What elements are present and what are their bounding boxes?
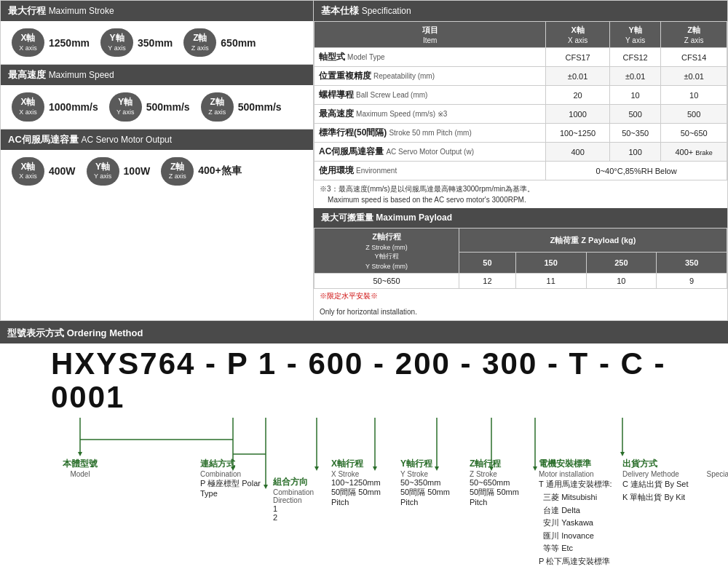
left-panel: 最大行程 Maximum Stroke X軸 X axis 1250mm Y軸 … (1, 1, 314, 320)
y-axis-servo-value: 100W (124, 165, 151, 177)
payload-col-50: 50 (459, 253, 516, 274)
ann-zstroke-en: Z Stroke (470, 470, 539, 478)
row-env-value: 0~40°C,85%RH Below (546, 162, 727, 180)
z-axis-speed-badge: Z軸 Z axis 500mm/s (201, 92, 282, 121)
y-axis-servo-label: Y軸 Y axis (87, 157, 119, 186)
max-stroke-axes: X軸 X axis 1250mm Y軸 Y axis 350mm Z軸 Z ax (1, 21, 313, 64)
ann-ystroke-items: 50~350mm50間隔 50mm Pitch (400, 478, 470, 506)
row-model-type-x: CFS17 (546, 48, 610, 67)
right-panel: 基本仕様 Specification 項目Item X軸X axis Y軸Y a… (314, 1, 727, 320)
payload-val-11: 11 (515, 274, 586, 289)
row-ballscrew-z: 10 (661, 86, 727, 105)
row-stroke-label: 標準行程(50間隔) Stroke 50 mm Pitch (mm) (314, 124, 546, 143)
z-axis-speed-value: 500mm/s (238, 101, 282, 113)
payload-row-stroke: 50~650 (314, 274, 459, 289)
annotation-row: 本體型號 Model 連結方式 Combination P 極座標型 Polar… (11, 458, 717, 568)
ann-zstroke-zh: Z軸行程 (470, 458, 539, 470)
ac-servo-section: AC伺服馬達容量 AC Servo Motor Output X軸 X axis… (1, 129, 313, 193)
row-env-label: 使用環境 Environment (314, 162, 546, 180)
top-section: 最大行程 Maximum Stroke X軸 X axis 1250mm Y軸 … (0, 0, 728, 321)
spec-col-z: Z軸Z axis (661, 22, 727, 48)
payload-col-zstroke: Z軸行程Z Stroke (mm) Y軸行程Y Stroke (mm) (314, 229, 459, 274)
row-repeatability-z: ±0.01 (661, 67, 727, 86)
row-ballscrew-x: 20 (546, 86, 610, 105)
x-axis-servo-value: 400W (49, 165, 76, 177)
payload-header-zh: 最大可搬重量 (321, 212, 373, 223)
payload-note-red: ※限定水平安裝※ (314, 289, 727, 303)
model-code-display: HXYS764 - P 1 - 600 - 200 - 300 - T - C … (51, 347, 717, 414)
payload-header: 最大可搬重量 Maximum Payload (314, 208, 727, 228)
spec-col-x: X軸X axis (546, 22, 610, 48)
y-axis-speed-value: 500mm/s (146, 101, 190, 113)
ann-combination-zh: 連結方式 (200, 458, 266, 470)
max-speed-axes: X軸 X axis 1000mm/s Y軸 Y axis 500mm/s (1, 85, 313, 128)
svg-marker-12 (78, 452, 82, 456)
ann-special-zh: 特注式樣 (699, 458, 728, 470)
y-axis-stroke-badge: Y軸 Y axis 350mm (100, 28, 173, 57)
x-axis-speed-label: X軸 X axis (12, 92, 44, 121)
x-axis-speed-badge: X軸 X axis 1000mm/s (12, 92, 98, 121)
z-axis-stroke-value: 650mm (221, 37, 256, 49)
row-ballscrew-y: 10 (609, 86, 660, 105)
max-speed-header: 最高速度 Maximum Speed (1, 65, 313, 85)
table-row: 螺桿導程 Ball Screw Lead (mm) 20 10 10 (314, 86, 727, 105)
ann-special: 特注式樣 Special Order No. (699, 458, 728, 478)
row-maxspeed-y: 500 (609, 105, 660, 124)
ordering-header-zh: 型號表示方式 (7, 327, 64, 338)
ann-delivery-items: C 連結出貨 By Set K 單軸出貨 By Kit (622, 478, 699, 504)
payload-col-250: 250 (586, 253, 657, 274)
ordering-header: 型號表示方式 Ordering Method (0, 323, 728, 343)
z-axis-servo-value: 400+煞車 (198, 164, 242, 178)
ann-ystroke-zh: Y軸行程 (400, 458, 470, 470)
ann-model-zh: 本體型號 (44, 458, 116, 470)
ann-combination: 連結方式 Combination P 極座標型 Polar Type (200, 458, 266, 498)
ac-servo-axes: X軸 X axis 400W Y軸 Y axis 100W (1, 150, 313, 193)
ann-special-en: Special Order No. (699, 470, 728, 478)
row-model-type-z: CFS14 (661, 48, 727, 67)
table-row: 軸型式 Model Type CFS17 CFS12 CFS14 (314, 48, 727, 67)
payload-col-350: 350 (657, 253, 727, 274)
payload-val-9: 9 (657, 274, 727, 289)
ac-servo-zh: AC伺服馬達容量 (8, 134, 79, 145)
payload-note-en: Only for horizontal installation. (314, 303, 727, 320)
x-axis-speed-value: 1000mm/s (49, 101, 98, 113)
ann-zstroke-items: 50~650mm50間隔 50mm Pitch (470, 478, 539, 506)
max-speed-zh: 最高速度 (8, 69, 46, 80)
spec-header: 基本仕様 Specification (314, 1, 727, 21)
table-row: 50~650 12 11 10 9 (314, 274, 727, 289)
row-stroke-z: 50~650 (661, 124, 727, 143)
ann-motor: 電機安裝標準 Motor installation T 通用馬達安裝標準: 三菱… (539, 458, 622, 568)
spec-col-y: Y軸Y axis (609, 22, 660, 48)
ann-combination-p: P 極座標型 Polar Type (200, 478, 266, 498)
spec-col-item: 項目Item (314, 22, 546, 48)
y-axis-speed-badge: Y軸 Y axis 500mm/s (109, 92, 190, 121)
x-axis-stroke-value: 1250mm (49, 37, 90, 49)
max-speed-section: 最高速度 Maximum Speed X軸 X axis 1000mm/s Y軸 (1, 64, 313, 128)
ann-ystroke: Y軸行程 Y Stroke 50~350mm50間隔 50mm Pitch (400, 458, 470, 506)
z-axis-servo-badge: Z軸 Z axis 400+煞車 (161, 157, 242, 186)
spec-table: 項目Item X軸X axis Y軸Y axis Z軸Z axis 軸型式 Mo… (314, 21, 727, 180)
max-stroke-zh: 最大行程 (8, 5, 46, 16)
ann-xstroke-items: 100~1250mm50間隔 50mm Pitch (331, 478, 400, 506)
ordering-header-en: Ordering Method (67, 327, 143, 338)
payload-header-en: Maximum Payload (376, 212, 452, 223)
max-speed-en: Maximum Speed (49, 70, 114, 80)
payload-section: 最大可搬重量 Maximum Payload Z軸行程Z Stroke (mm)… (314, 208, 727, 320)
ann-xstroke: X軸行程 X Stroke 100~1250mm50間隔 50mm Pitch (331, 458, 400, 506)
row-acmotor-z: 400+ Brake (661, 143, 727, 162)
ann-direction-zh: 組合方向 (273, 476, 331, 488)
table-row: 標準行程(50間隔) Stroke 50 mm Pitch (mm) 100~1… (314, 124, 727, 143)
row-acmotor-label: AC伺服馬達容量 AC Servo Motor Output (w) (314, 143, 546, 162)
ac-servo-en: AC Servo Motor Output (81, 135, 172, 145)
y-axis-speed-label: Y軸 Y axis (109, 92, 142, 121)
y-axis-stroke-label: Y軸 Y axis (100, 28, 133, 57)
table-row: 最高速度 Maximum Speed (mm/s) ※3 1000 500 50… (314, 105, 727, 124)
ac-servo-header: AC伺服馬達容量 AC Servo Motor Output (1, 130, 313, 150)
ann-model: 本體型號 Model (44, 458, 116, 478)
row-model-type-y: CFS12 (609, 48, 660, 67)
row-maxspeed-x: 1000 (546, 105, 610, 124)
ann-model-en: Model (44, 470, 116, 478)
spec-header-en: Specification (362, 6, 411, 16)
ann-delivery-zh: 出貨方式 (622, 458, 699, 470)
row-repeatability-x: ±0.01 (546, 67, 610, 86)
